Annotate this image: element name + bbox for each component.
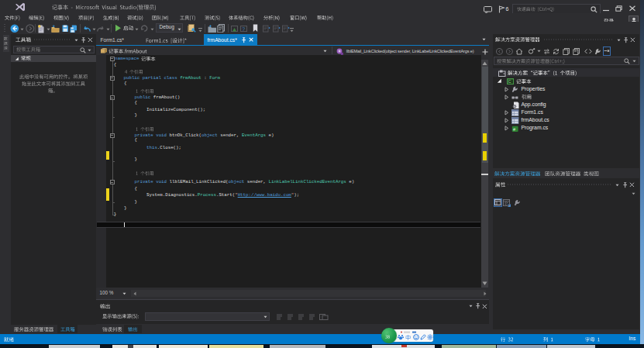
svg-text:C: C <box>508 79 511 84</box>
svg-text:?: ? <box>242 26 245 31</box>
